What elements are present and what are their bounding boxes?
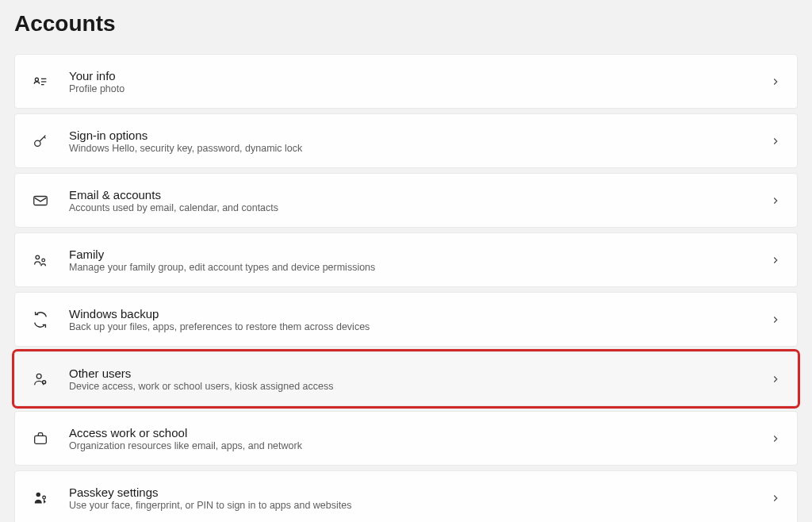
settings-item-text: Email & accounts Accounts used by email,… [69, 188, 770, 213]
settings-item-subtitle: Back up your files, apps, preferences to… [69, 321, 770, 332]
svg-rect-12 [35, 436, 47, 443]
svg-point-4 [35, 140, 40, 146]
settings-item-title: Access work or school [69, 426, 770, 439]
chevron-right-icon [770, 136, 781, 147]
svg-point-0 [35, 78, 38, 81]
chevron-right-icon [770, 76, 781, 87]
settings-item-title: Your info [69, 69, 770, 83]
svg-point-13 [36, 492, 41, 497]
settings-item-text: Passkey settings Use your face, fingerpr… [69, 486, 770, 511]
settings-item-subtitle: Windows Hello, security key, password, d… [69, 143, 770, 154]
chevron-right-icon [770, 374, 781, 385]
chevron-right-icon [770, 493, 781, 504]
briefcase-icon [31, 429, 50, 448]
settings-item-email-accounts[interactable]: Email & accounts Accounts used by email,… [14, 173, 798, 228]
settings-item-subtitle: Organization resources like email, apps,… [69, 440, 770, 451]
settings-item-title: Passkey settings [69, 486, 770, 499]
settings-item-title: Other users [69, 367, 770, 380]
key-icon [31, 132, 50, 151]
settings-item-text: Access work or school Organization resou… [69, 426, 770, 451]
mail-icon [31, 191, 50, 210]
settings-item-title: Email & accounts [69, 188, 770, 202]
svg-point-6 [36, 255, 40, 259]
settings-item-subtitle: Use your face, fingerprint, or PIN to si… [69, 500, 770, 511]
settings-item-family[interactable]: Family Manage your family group, edit ac… [14, 232, 798, 287]
chevron-right-icon [770, 314, 781, 325]
settings-item-title: Windows backup [69, 307, 770, 320]
settings-item-title: Family [69, 248, 770, 261]
settings-item-sign-in-options[interactable]: Sign-in options Windows Hello, security … [14, 113, 798, 168]
settings-item-subtitle: Manage your family group, edit account t… [69, 262, 770, 273]
passkey-icon [31, 489, 50, 508]
settings-item-text: Sign-in options Windows Hello, security … [69, 129, 770, 154]
settings-item-text: Windows backup Back up your files, apps,… [69, 307, 770, 332]
settings-item-access-work-school[interactable]: Access work or school Organization resou… [14, 411, 798, 466]
settings-item-other-users[interactable]: Other users Device access, work or schoo… [14, 351, 798, 406]
chevron-right-icon [770, 195, 781, 206]
family-icon [31, 251, 50, 270]
settings-item-subtitle: Accounts used by email, calendar, and co… [69, 202, 770, 213]
settings-item-text: Family Manage your family group, edit ac… [69, 248, 770, 273]
contact-card-icon [31, 72, 50, 91]
backup-icon [31, 310, 50, 329]
settings-item-title: Sign-in options [69, 129, 770, 142]
chevron-right-icon [770, 255, 781, 266]
settings-item-text: Your info Profile photo [69, 69, 770, 94]
chevron-right-icon [770, 433, 781, 444]
settings-item-your-info[interactable]: Your info Profile photo [14, 54, 798, 109]
settings-item-text: Other users Device access, work or schoo… [69, 367, 770, 392]
svg-point-8 [36, 374, 41, 378]
svg-point-14 [43, 496, 46, 499]
svg-rect-5 [34, 196, 48, 205]
settings-item-windows-backup[interactable]: Windows backup Back up your files, apps,… [14, 292, 798, 347]
settings-item-subtitle: Profile photo [69, 83, 770, 94]
settings-item-subtitle: Device access, work or school users, kio… [69, 381, 770, 392]
svg-point-7 [42, 259, 45, 262]
page-title: Accounts [14, 0, 798, 54]
person-add-icon [31, 370, 50, 389]
settings-item-passkey-settings[interactable]: Passkey settings Use your face, fingerpr… [14, 470, 798, 522]
settings-list: Your info Profile photo Sign-in options … [14, 54, 798, 522]
